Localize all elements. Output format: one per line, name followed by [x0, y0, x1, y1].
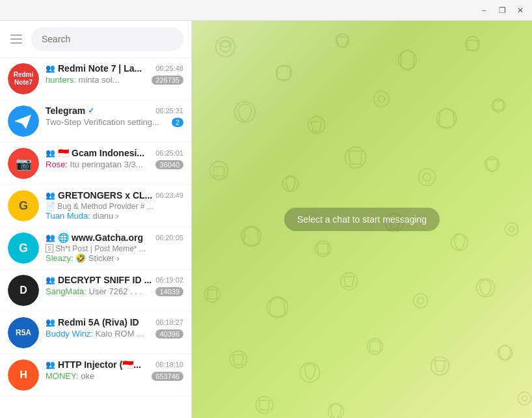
- chat-preview: MONEY: oke: [46, 371, 149, 381]
- chat-preview-line1: 📄 Bug & Method Provider # ...: [46, 202, 183, 211]
- avatar: RedmiNote7: [8, 63, 39, 94]
- chat-name-text: Redmi Note 7 | La...: [58, 63, 142, 74]
- chat-time: 06:25:48: [155, 64, 183, 72]
- chat-time: 06:20:05: [155, 234, 183, 242]
- svg-point-33: [230, 351, 247, 368]
- preview-sender: SangMata:: [46, 286, 86, 296]
- chat-top: 👥🇮🇩 Gcam Indonesi... 06:25:01: [46, 148, 183, 158]
- chat-name-text: Gcam Indonesi...: [72, 148, 144, 158]
- right-panel: Select a chat to start messaging: [192, 21, 532, 418]
- group-icon: 👥: [46, 64, 55, 73]
- chat-name: 👥 Redmi 5A (Riva) ID: [46, 317, 139, 327]
- chat-preview-line1: 🅂 Sh*t Post | Post Meme* ...: [46, 244, 183, 253]
- select-chat-message: Select a chat to start messaging: [284, 208, 440, 231]
- svg-point-42: [328, 404, 344, 418]
- chat-name: Telegram ✓: [46, 105, 94, 116]
- menu-button[interactable]: [8, 32, 25, 46]
- svg-point-17: [419, 169, 436, 186]
- svg-point-25: [505, 223, 518, 236]
- unread-badge: 653746: [152, 372, 183, 381]
- chat-name-text: GRETONGERS x CL...: [58, 190, 152, 201]
- preview-text: Two-Step Verification setting...: [46, 117, 159, 127]
- preview-text: dianu ›: [90, 211, 118, 221]
- group-icon: 👥: [46, 360, 55, 369]
- chat-info: Telegram ✓ 06:25:31 Two-Step Verificatio…: [46, 105, 183, 127]
- globe-icon: 🌐: [58, 232, 69, 243]
- preview-sender: hunters:: [46, 75, 76, 85]
- preview-text: Kalo ROM ...: [93, 329, 144, 339]
- avatar: R5A: [8, 317, 39, 348]
- chat-time: 06:23:49: [155, 191, 183, 199]
- svg-point-11: [379, 96, 385, 102]
- main-container: RedmiNote7 👥 Redmi Note 7 | La... 06:25:…: [0, 21, 532, 418]
- chat-name: 👥 HTTP Injector (🇮🇩...: [46, 359, 141, 370]
- chat-info: 👥🇮🇩 Gcam Indonesi... 06:25:01 Rose: Itu …: [46, 148, 183, 169]
- svg-point-31: [418, 298, 424, 304]
- chat-time: 06:18:27: [155, 318, 183, 326]
- svg-point-5: [336, 34, 349, 47]
- chat-name-text: Redmi 5A (Riva) ID: [58, 317, 139, 327]
- chat-top: 👥 Redmi Note 7 | La... 06:25:48: [46, 63, 183, 74]
- chat-name: 👥🌐 www.Gatcha.org: [46, 232, 143, 243]
- chat-top: 👥 GRETONGERS x CL... 06:23:49: [46, 190, 183, 201]
- preview-sender: Rose:: [46, 160, 68, 169]
- svg-point-15: [283, 176, 299, 191]
- svg-point-10: [374, 91, 390, 107]
- chat-item[interactable]: 📷 👥🇮🇩 Gcam Indonesi... 06:25:01 Rose: It…: [0, 143, 191, 185]
- chat-top: 👥 DECRYPT SNIFF ID ... 06:19:02: [46, 275, 183, 285]
- chat-top: 👥🌐 www.Gatcha.org 06:20:05: [46, 232, 183, 243]
- chat-item[interactable]: G 👥🌐 www.Gatcha.org 06:20:05 🅂 Sh*t Post…: [0, 227, 191, 270]
- chat-top: 👥 HTTP Injector (🇮🇩... 06:18:10: [46, 359, 183, 370]
- avatar: H: [8, 359, 39, 391]
- chat-info: 👥 Redmi 5A (Riva) ID 06:18:27 Buddy Winz…: [46, 317, 183, 339]
- close-button[interactable]: ✕: [514, 4, 527, 17]
- avatar: D: [8, 275, 39, 306]
- svg-rect-4: [278, 66, 291, 79]
- svg-point-39: [518, 392, 531, 405]
- preview-sender: Tuan Muda:: [46, 211, 90, 221]
- chat-name-text: www.Gatcha.org: [72, 232, 143, 243]
- chat-item[interactable]: RedmiNote7 👥 Redmi Note 7 | La... 06:25:…: [0, 58, 191, 100]
- chat-top: 👥 Redmi 5A (Riva) ID 06:18:27: [46, 317, 183, 327]
- chat-bottom: SangMata: User 7262 . . . 14039: [46, 286, 183, 296]
- unread-badge: 14039: [155, 287, 183, 296]
- title-bar: − ❐ ✕: [0, 0, 532, 21]
- chat-item[interactable]: Telegram ✓ 06:25:31 Two-Step Verificatio…: [0, 100, 191, 143]
- chat-time: 06:19:02: [155, 276, 183, 284]
- chat-bottom: Two-Step Verification setting... 2: [46, 117, 183, 127]
- avatar: G: [8, 190, 39, 221]
- group-icon: 👥: [46, 191, 55, 200]
- svg-rect-36: [370, 341, 380, 352]
- chat-item[interactable]: G 👥 GRETONGERS x CL... 06:23:49 📄 Bug & …: [0, 185, 191, 227]
- unread-badge: 40396: [155, 329, 183, 339]
- svg-point-37: [431, 357, 449, 375]
- chat-preview: Buddy Winz: Kalo ROM ...: [46, 329, 153, 339]
- svg-rect-22: [318, 244, 328, 254]
- chat-name: 👥 DECRYPT SNIFF ID ...: [46, 275, 152, 285]
- chat-bottom: Tuan Muda: dianu ›: [46, 211, 183, 221]
- chat-bottom: Buddy Winz: Kalo ROM ... 40396: [46, 329, 183, 339]
- chat-info: 👥 DECRYPT SNIFF ID ... 06:19:02 SangMata…: [46, 275, 183, 296]
- svg-point-27: [205, 286, 220, 302]
- chat-name-text: DECRYPT SNIFF ID ...: [58, 275, 152, 285]
- svg-point-18: [423, 173, 431, 181]
- chat-preview: Two-Step Verification setting...: [46, 117, 169, 127]
- restore-button[interactable]: ❐: [496, 4, 509, 17]
- avatar: [8, 105, 39, 137]
- preview-text: User 7262 . . .: [86, 286, 142, 296]
- minimize-button[interactable]: −: [477, 4, 490, 17]
- chat-time: 06:25:31: [155, 107, 183, 115]
- svg-point-29: [341, 273, 358, 290]
- chat-name: 👥 Redmi Note 7 | La...: [46, 63, 142, 74]
- chat-item[interactable]: H 👥 HTTP Injector (🇮🇩... 06:18:10 MONEY:…: [0, 354, 191, 397]
- preview-text: Itu peringatan 3/3...: [68, 160, 143, 169]
- group-icon: 👥: [46, 318, 55, 327]
- chat-info: 👥🌐 www.Gatcha.org 06:20:05 🅂 Sh*t Post |…: [46, 232, 183, 263]
- chat-info: 👥 Redmi Note 7 | La... 06:25:48 hunters:…: [46, 63, 183, 85]
- chat-item[interactable]: R5A 👥 Redmi 5A (Riva) ID 06:18:27 Buddy …: [0, 312, 191, 354]
- chat-item[interactable]: D 👥 DECRYPT SNIFF ID ... 06:19:02 SangMa…: [0, 270, 191, 312]
- flag-icon: 🇮🇩: [58, 148, 69, 158]
- chat-bottom: MONEY: oke 653746: [46, 371, 183, 381]
- search-input[interactable]: [31, 27, 183, 51]
- preview-sender: Sleazy:: [46, 253, 73, 263]
